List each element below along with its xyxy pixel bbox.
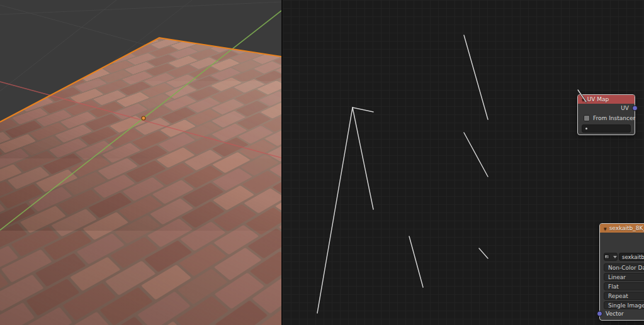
dropdown-projection[interactable]: Flat: [604, 282, 644, 290]
node-title: UV Map: [587, 96, 609, 102]
from-instancer-label: From Instancer: [593, 115, 635, 121]
3d-viewport[interactable]: [0, 0, 281, 325]
dropdown-interpolation[interactable]: Linear: [604, 273, 644, 281]
node-header[interactable]: ▼sexkaitb_8K_Normal.jpg: [600, 224, 644, 233]
blender-window: ▼UV Map UV From Instancer ▼sexkaitb_8K_A…: [0, 0, 644, 325]
dropdown-color-space[interactable]: Non-Color Data: [604, 263, 644, 272]
socket-uv-output[interactable]: [632, 106, 638, 111]
image-name-field[interactable]: sexkaitb_8K_Nor..: [619, 253, 644, 261]
socket-vector-input[interactable]: [597, 311, 602, 317]
input-label-vector: Vector: [606, 311, 624, 317]
output-label-uv: UV: [621, 105, 629, 111]
shader-node-editor[interactable]: ▼UV Map UV From Instancer ▼sexkaitb_8K_A…: [281, 0, 644, 325]
browse-image-button[interactable]: [604, 253, 618, 261]
node-image-texture-normal[interactable]: ▼sexkaitb_8K_Normal.jpg Color Alpha sexk…: [599, 223, 644, 321]
image-thumbnail-icon: [604, 255, 609, 259]
collapse-arrow-icon[interactable]: ▼: [582, 97, 585, 102]
collapse-arrow-icon[interactable]: ▼: [604, 226, 607, 231]
node-title: sexkaitb_8K_Normal.jpg: [609, 225, 644, 231]
dropdown-source[interactable]: Single Image: [604, 301, 644, 309]
uv-map-select-field[interactable]: [582, 124, 631, 133]
from-instancer-checkbox[interactable]: [584, 115, 590, 121]
chevron-down-icon: [613, 256, 617, 258]
uv-dot-icon: [585, 128, 587, 129]
node-header[interactable]: ▼UV Map: [578, 95, 635, 104]
node-uv-map[interactable]: ▼UV Map UV From Instancer: [577, 94, 635, 135]
dropdown-extension[interactable]: Repeat: [604, 292, 644, 300]
